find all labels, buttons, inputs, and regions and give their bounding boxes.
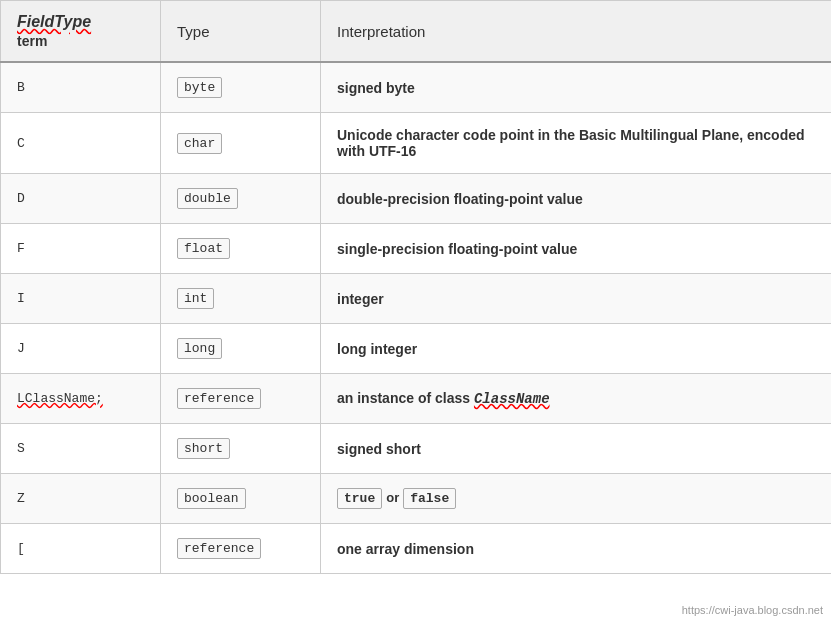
col1-header: FieldType term <box>1 1 161 63</box>
term-cell: C <box>1 113 161 174</box>
table-row: Zbooleantrueorfalse <box>1 474 832 524</box>
type-value: boolean <box>177 488 246 509</box>
type-cell: float <box>161 224 321 274</box>
type-value: reference <box>177 538 261 559</box>
type-cell: int <box>161 274 321 324</box>
term-cell: S <box>1 424 161 474</box>
table-row: LClassName;referencean instance of class… <box>1 374 832 424</box>
term-cell: D <box>1 174 161 224</box>
type-value: reference <box>177 388 261 409</box>
term-cell: B <box>1 62 161 113</box>
type-value: float <box>177 238 230 259</box>
term-value: LClassName; <box>17 391 103 406</box>
field-type-label: FieldType <box>17 13 144 31</box>
type-cell: short <box>161 424 321 474</box>
interp-cell: one array dimension <box>321 524 832 574</box>
type-cell: long <box>161 324 321 374</box>
type-value: short <box>177 438 230 459</box>
interp-cell: integer <box>321 274 832 324</box>
interp-cell: trueorfalse <box>321 474 832 524</box>
table-body: Bbytesigned byteCcharUnicode character c… <box>1 62 832 574</box>
term-label: term <box>17 33 144 49</box>
type-cell: reference <box>161 374 321 424</box>
term-cell: J <box>1 324 161 374</box>
type-value: int <box>177 288 214 309</box>
type-cell: double <box>161 174 321 224</box>
field-type-table: FieldType term Type Interpretation Bbyte… <box>0 0 831 574</box>
type-value: char <box>177 133 222 154</box>
type-cell: char <box>161 113 321 174</box>
interp-cell: signed short <box>321 424 832 474</box>
term-cell: F <box>1 224 161 274</box>
type-cell: byte <box>161 62 321 113</box>
table-row: Iintinteger <box>1 274 832 324</box>
term-cell: I <box>1 274 161 324</box>
interp-cell: an instance of class ClassName <box>321 374 832 424</box>
term-cell: [ <box>1 524 161 574</box>
term-cell: LClassName; <box>1 374 161 424</box>
table-row: CcharUnicode character code point in the… <box>1 113 832 174</box>
type-cell: reference <box>161 524 321 574</box>
table-row: Jlonglong integer <box>1 324 832 374</box>
col3-header: Interpretation <box>321 1 832 63</box>
term-cell: Z <box>1 474 161 524</box>
interp-cell: double-precision floating-point value <box>321 174 832 224</box>
table-row: [referenceone array dimension <box>1 524 832 574</box>
interp-cell: Unicode character code point in the Basi… <box>321 113 832 174</box>
interp-cell: single-precision floating-point value <box>321 224 832 274</box>
col2-header: Type <box>161 1 321 63</box>
table-row: Ddoubledouble-precision floating-point v… <box>1 174 832 224</box>
table-row: Ffloatsingle-precision floating-point va… <box>1 224 832 274</box>
type-value: byte <box>177 77 222 98</box>
type-value: long <box>177 338 222 359</box>
type-value: double <box>177 188 238 209</box>
interp-cell: signed byte <box>321 62 832 113</box>
interp-cell: long integer <box>321 324 832 374</box>
table-row: Bbytesigned byte <box>1 62 832 113</box>
table-header-row: FieldType term Type Interpretation <box>1 1 832 63</box>
table-row: Sshortsigned short <box>1 424 832 474</box>
type-cell: boolean <box>161 474 321 524</box>
